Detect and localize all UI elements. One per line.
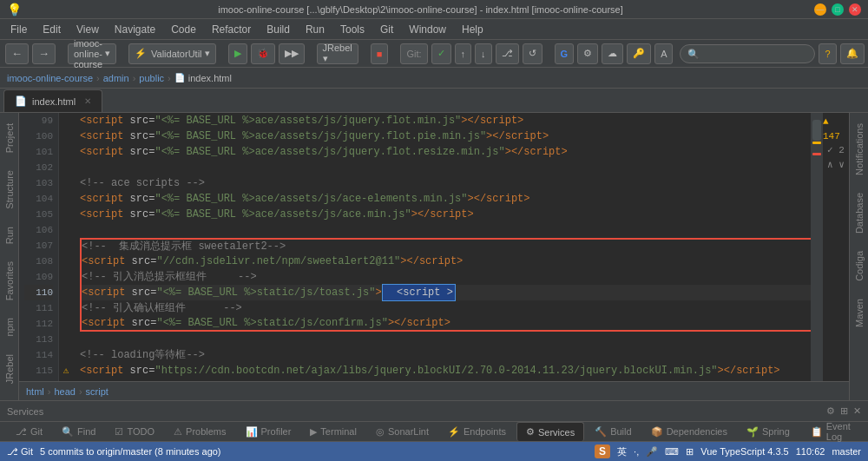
- warning-115: ⚠: [59, 363, 73, 379]
- bottom-tab-profiler[interactable]: 📊 Profiler: [237, 422, 300, 441]
- settings-gear[interactable]: ⚙: [826, 405, 835, 417]
- panel-run[interactable]: Run: [3, 220, 16, 251]
- scroll-bar[interactable]: [811, 113, 823, 381]
- bottom-tab-sonar[interactable]: ◎ SonarLint: [367, 422, 437, 441]
- menu-view[interactable]: View: [69, 22, 106, 37]
- scroll-thumb[interactable]: [812, 120, 821, 141]
- menu-help[interactable]: Help: [455, 22, 490, 37]
- tab-index-html[interactable]: 📄 index.html ✕: [3, 89, 102, 112]
- tools-btn1[interactable]: ⚙: [577, 43, 598, 64]
- google-btn[interactable]: G: [555, 43, 575, 64]
- code-line-115: <script src="https://cdn.bootcdn.net/aja…: [80, 363, 811, 379]
- help-btn[interactable]: ?: [819, 43, 836, 64]
- panel-structure[interactable]: Structure: [3, 163, 16, 216]
- services-tab-label: Services: [538, 427, 575, 438]
- menu-run[interactable]: Run: [299, 22, 332, 37]
- bc-html[interactable]: html: [26, 386, 44, 397]
- file-icon: 📄: [174, 73, 185, 82]
- terminal-tab-icon: ▶: [310, 426, 317, 438]
- panel-jrebel[interactable]: JRebel: [3, 347, 16, 391]
- minimize-button[interactable]: —: [814, 3, 826, 16]
- close-services-icon[interactable]: ✕: [853, 405, 861, 417]
- git-check[interactable]: ✓: [431, 43, 451, 64]
- toolbar-search[interactable]: [680, 44, 815, 63]
- warning-gutter: ⚠: [59, 113, 73, 381]
- menu-window[interactable]: Window: [402, 22, 453, 37]
- git-refresh[interactable]: ↺: [523, 43, 542, 64]
- sonarlint-icon[interactable]: S: [595, 445, 610, 458]
- nav-arrows[interactable]: ∧ ∨: [827, 158, 845, 173]
- code-breadcrumb: html › head › script: [19, 381, 849, 400]
- panel-database[interactable]: Database: [852, 186, 866, 240]
- g-109: [59, 269, 73, 285]
- menu-build[interactable]: Build: [260, 22, 297, 37]
- menu-code[interactable]: Code: [164, 22, 203, 37]
- menu-git[interactable]: Git: [373, 22, 400, 37]
- nav-public[interactable]: public: [139, 73, 164, 83]
- stop-button[interactable]: ■: [371, 43, 389, 64]
- dropdown-arrow: ▾: [105, 48, 110, 59]
- validator-dropdown[interactable]: ⚡ ValidatorUtil ▾: [128, 43, 216, 64]
- nav-project[interactable]: imooc-online-course: [7, 73, 93, 83]
- close-button[interactable]: ✕: [849, 3, 861, 16]
- git-down[interactable]: ↓: [475, 43, 492, 64]
- menu-edit[interactable]: Edit: [36, 22, 68, 37]
- update-btn[interactable]: 🔔: [840, 43, 865, 64]
- panel-npm[interactable]: npm: [3, 311, 16, 343]
- bottom-tab-git[interactable]: ⎇ Git: [7, 422, 51, 441]
- panel-favorites[interactable]: Favorites: [3, 254, 16, 307]
- panel-codiga[interactable]: Codiga: [852, 244, 866, 288]
- bc-script[interactable]: script: [86, 386, 108, 397]
- maximize-button[interactable]: □: [832, 3, 844, 16]
- code-line-104: <script src="<%= BASE_URL %>ace/assets/j…: [80, 191, 811, 207]
- bottom-tab-todo[interactable]: ☑ TODO: [106, 422, 163, 441]
- tools-btn2[interactable]: ☁: [602, 43, 623, 64]
- back-button[interactable]: ←: [5, 43, 29, 64]
- tools-btn3[interactable]: 🔑: [627, 43, 651, 64]
- bc-head[interactable]: head: [54, 386, 75, 397]
- bottom-tab-services[interactable]: ⚙ Services: [516, 422, 584, 441]
- git-branch-btn[interactable]: ⎇: [496, 43, 519, 64]
- bottom-tab-spring[interactable]: 🌱 Spring: [738, 422, 799, 441]
- nav-admin[interactable]: admin: [103, 73, 129, 83]
- bottom-tab-find[interactable]: 🔍 Find: [53, 422, 104, 441]
- bottom-tab-eventlog[interactable]: 📋 Event Log: [802, 422, 859, 441]
- code-lines[interactable]: <script src="<%= BASE_URL %>ace/assets/j…: [73, 113, 811, 381]
- g-113: [59, 332, 73, 347]
- menu-tools[interactable]: Tools: [333, 22, 372, 37]
- run2-button[interactable]: ▶▶: [279, 43, 305, 64]
- statusbar-git[interactable]: ⎇ Git: [7, 446, 33, 458]
- statusbar: ⎇ Git 5 commits to origin/master (8 minu…: [0, 442, 868, 461]
- bottom-tab-build[interactable]: 🔨 Build: [586, 422, 640, 441]
- forward-button[interactable]: →: [32, 43, 56, 64]
- expand-icon[interactable]: ⊞: [840, 405, 848, 417]
- build-tab-icon: 🔨: [595, 426, 607, 438]
- code-line-114: <!-- loading等待框-->: [80, 347, 811, 363]
- tab-close[interactable]: ✕: [84, 96, 91, 106]
- bottom-tab-problems[interactable]: ⚠ Problems: [165, 422, 234, 441]
- panel-notifications[interactable]: Notifications: [852, 116, 866, 182]
- bottom-tab-endpoints[interactable]: ⚡ Endpoints: [439, 422, 515, 441]
- bottom-tab-jrebel-console[interactable]: J JRebel Console: [861, 422, 868, 441]
- translate-btn[interactable]: A: [654, 43, 673, 64]
- project-dropdown[interactable]: imooc-online-course ▾: [68, 43, 116, 64]
- ln-107: 107: [24, 238, 53, 254]
- ln-110: 110: [24, 285, 53, 300]
- run-button[interactable]: ▶: [228, 43, 247, 64]
- jrebel-dropdown[interactable]: JRebel ▾: [317, 43, 358, 64]
- menu-refactor[interactable]: Refactor: [205, 22, 258, 37]
- git-up[interactable]: ↑: [455, 43, 472, 64]
- menu-navigate[interactable]: Navigate: [108, 22, 162, 37]
- git-tab-icon: ⎇: [16, 426, 27, 438]
- bottom-tab-deps[interactable]: 📦 Dependencies: [642, 422, 736, 441]
- debug-button[interactable]: 🐞: [251, 43, 275, 64]
- panel-maven[interactable]: Maven: [852, 292, 866, 334]
- sonar-tab-label: SonarLint: [388, 426, 429, 437]
- app-window: 💡 imooc-online-course [...\gblfy\Desktop…: [0, 0, 868, 461]
- g-105: [59, 207, 73, 222]
- panel-project[interactable]: Project: [3, 116, 16, 160]
- bottom-tab-terminal[interactable]: ▶ Terminal: [301, 422, 365, 441]
- menu-file[interactable]: File: [3, 22, 34, 37]
- statusbar-commits: 5 commits to origin/master (8 minutes ag…: [40, 446, 220, 457]
- code-line-109: <!-- 引入消总提示框组件 -->: [80, 269, 811, 285]
